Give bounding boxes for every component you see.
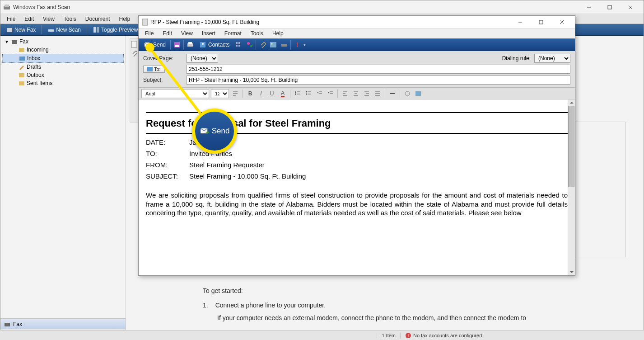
contacts-button[interactable]: Contacts [196, 40, 233, 50]
cmenu-edit[interactable]: Edit [159, 29, 176, 38]
svg-text:2: 2 [295, 93, 296, 95]
main-close-button[interactable] [620, 0, 641, 14]
outdent-button[interactable] [315, 89, 324, 98]
svg-rect-11 [12, 40, 17, 44]
toggle-preview-button[interactable]: Toggle Preview [89, 25, 142, 34]
menu-file[interactable]: File [3, 15, 19, 23]
new-fax-button[interactable]: New Fax [2, 25, 40, 34]
svg-rect-36 [238, 45, 240, 47]
format-toolbar: Arial 12 B I U A 12 [139, 88, 575, 99]
para-style-button[interactable] [231, 89, 240, 98]
step-number: 1. [203, 302, 208, 309]
scan-insert-button[interactable] [279, 40, 289, 50]
page-icon[interactable] [131, 41, 137, 48]
save-icon [173, 41, 181, 48]
align-right-button[interactable] [362, 89, 371, 98]
cmenu-tools[interactable]: Tools [247, 29, 267, 38]
menu-tools[interactable]: Tools [60, 15, 80, 23]
fax-icon [6, 27, 13, 33]
cmenu-insert[interactable]: Insert [198, 29, 219, 38]
hr-button[interactable] [388, 89, 397, 98]
number-list-button[interactable]: 12 [293, 89, 302, 98]
printer-icon [187, 41, 194, 48]
compose-title-bar: RFP - Steel Framing - 10,000 Sq. Ft. Bui… [139, 16, 575, 28]
svg-rect-28 [175, 45, 179, 47]
indent-button[interactable] [326, 89, 335, 98]
editor-scrollbar[interactable] [568, 99, 575, 275]
cmenu-format[interactable]: Format [221, 29, 245, 38]
svg-rect-40 [281, 44, 287, 47]
font-family-select[interactable]: Arial [141, 89, 209, 98]
new-scan-button[interactable]: New Scan [44, 25, 85, 34]
tree-item-drafts[interactable]: Drafts [2, 63, 124, 71]
meta-to-label: TO: [146, 150, 189, 157]
bold-button[interactable]: B [246, 89, 255, 98]
folder-tree: ▾ Fax Incoming Inbox Drafts [0, 36, 126, 318]
tree-item-inbox[interactable]: Inbox [2, 54, 124, 63]
scroll-up-icon[interactable] [568, 99, 575, 106]
font-size-select[interactable]: 12 [211, 89, 229, 98]
tree-item-outbox[interactable]: Outbox [2, 71, 124, 79]
to-button[interactable]: To: [143, 66, 165, 73]
callout-send-highlight: Send [192, 109, 237, 154]
check-names-button[interactable] [233, 40, 244, 50]
svg-point-50 [306, 91, 308, 92]
menu-document[interactable]: Document [82, 15, 114, 23]
italic-button[interactable]: I [257, 89, 266, 98]
image-icon [415, 90, 421, 97]
align-center-button[interactable] [351, 89, 360, 98]
cmenu-file[interactable]: File [141, 29, 157, 38]
align-left-button[interactable] [341, 89, 350, 98]
svg-point-71 [405, 91, 410, 96]
link-button[interactable] [403, 89, 412, 98]
underline-button[interactable]: U [267, 89, 276, 98]
compose-menu-bar: File Edit View Insert Format Tools Help [139, 28, 575, 38]
svg-rect-16 [5, 323, 10, 326]
tree-item-incoming[interactable]: Incoming [2, 46, 124, 54]
cmenu-help[interactable]: Help [269, 29, 287, 38]
attachment-icon[interactable] [131, 51, 137, 57]
sidebar-tab-fax[interactable]: Fax [0, 319, 126, 329]
scroll-down-icon[interactable] [568, 269, 575, 275]
menu-view[interactable]: View [39, 15, 58, 23]
cover-page-select[interactable]: (None) [187, 54, 218, 63]
svg-rect-30 [188, 42, 192, 44]
scroll-thumb[interactable] [568, 106, 574, 187]
main-minimize-button[interactable] [579, 0, 599, 14]
save-button[interactable] [172, 40, 182, 50]
compose-minimize-button[interactable] [510, 15, 531, 29]
print-button[interactable] [185, 40, 196, 50]
address-book-button[interactable] [244, 40, 255, 50]
meta-date-label: DATE: [146, 138, 189, 146]
fax-machine-icon [11, 38, 18, 45]
send-button[interactable]: Send [140, 40, 169, 50]
svg-rect-42 [147, 67, 153, 71]
scanner-icon [48, 27, 54, 33]
expand-toggle-icon[interactable]: ▾ [4, 38, 9, 45]
svg-point-39 [271, 43, 273, 45]
bullet-list-button[interactable] [304, 89, 313, 98]
priority-button[interactable]: !▼ [292, 40, 308, 50]
font-color-button[interactable]: A [278, 89, 287, 98]
svg-rect-21 [142, 19, 148, 25]
scan-icon [280, 41, 288, 48]
addressbook-icon [147, 67, 153, 71]
compose-close-button[interactable] [551, 15, 572, 29]
to-field[interactable] [187, 65, 570, 74]
contacts-label: Contacts [208, 42, 229, 48]
cmenu-view[interactable]: View [177, 29, 196, 38]
getstarted-heading: To get started: [203, 287, 567, 294]
main-maximize-button[interactable] [599, 0, 620, 14]
menu-edit[interactable]: Edit [21, 15, 37, 23]
align-justify-button[interactable] [373, 89, 382, 98]
attach-button[interactable] [257, 40, 268, 50]
sidebar-tab-label: Fax [13, 321, 22, 327]
compose-maximize-button[interactable] [531, 15, 551, 29]
tree-item-sent[interactable]: Sent Items [2, 79, 124, 87]
dialing-rule-select[interactable]: (None) [534, 54, 570, 63]
tree-root-fax[interactable]: ▾ Fax [2, 38, 124, 46]
insert-pic-button[interactable] [268, 40, 279, 50]
menu-help[interactable]: Help [116, 15, 134, 23]
subject-field[interactable] [187, 76, 570, 85]
insert-image-button[interactable] [414, 89, 423, 98]
